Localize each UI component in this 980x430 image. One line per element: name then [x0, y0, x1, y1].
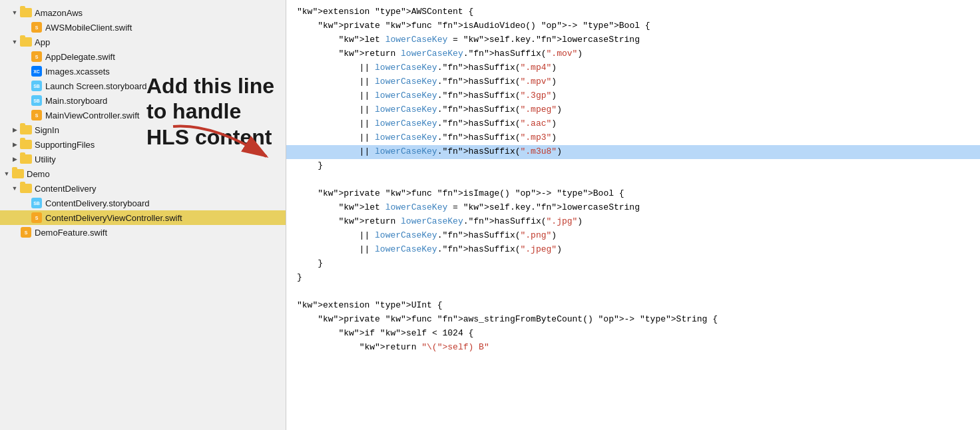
- folder-icon: [12, 168, 24, 180]
- item-label: AmazonAws: [35, 8, 83, 18]
- item-label: ContentDeliveryViewController.swift: [45, 213, 182, 223]
- folder-icon: [20, 138, 32, 150]
- item-label: AWSMobileClient.swift: [45, 23, 132, 33]
- tree-item-contentdeliveryviewcontroller[interactable]: S ContentDeliveryViewController.swift: [0, 210, 286, 225]
- expand-arrow: [11, 9, 19, 17]
- code-line: || lowerCaseKey."fn">hasSuffix(".aac"): [286, 117, 980, 131]
- swift-icon: S: [31, 109, 43, 121]
- item-label: Demo: [27, 169, 50, 179]
- folder-icon: [20, 7, 32, 19]
- xcassets-icon: XC: [31, 65, 43, 77]
- tree-item-launch-screen[interactable]: SB Launch Screen.storyboard: [0, 79, 286, 93]
- code-line: "kw">let lowerCaseKey = "kw">self.key."f…: [286, 201, 980, 215]
- item-label: App: [35, 37, 50, 47]
- expand-arrow: [11, 140, 19, 148]
- code-line: "kw">let lowerCaseKey = "kw">self.key."f…: [286, 33, 980, 47]
- item-label: MainViewController.swift: [45, 110, 139, 120]
- expand-arrow: [3, 170, 11, 178]
- item-label: SupportingFiles: [35, 140, 95, 150]
- swift-icon: S: [31, 212, 43, 224]
- item-label: ContentDelivery.storyboard: [45, 198, 150, 208]
- code-line: "kw">extension "type">AWSContent {: [286, 5, 980, 19]
- item-label: Launch Screen.storyboard: [45, 81, 146, 91]
- expand-arrow: [11, 184, 19, 192]
- code-line: [286, 173, 980, 187]
- folder-icon: [20, 153, 32, 165]
- tree-item-awsmobileclient[interactable]: S AWSMobileClient.swift: [0, 20, 286, 35]
- tree-item-amazonaws-folder[interactable]: AmazonAws: [0, 5, 286, 20]
- code-line: || lowerCaseKey."fn">hasSuffix(".3gp"): [286, 89, 980, 103]
- tree-item-mainviewcontroller[interactable]: S MainViewController.swift: [0, 108, 286, 122]
- code-line: || lowerCaseKey."fn">hasSuffix(".mpv"): [286, 75, 980, 89]
- code-line: "kw">private "kw">func "fn">isImage() "o…: [286, 187, 980, 201]
- storyboard-icon: SB: [31, 197, 43, 209]
- item-label: Images.xcassets: [45, 67, 110, 77]
- code-line: }: [286, 271, 980, 285]
- tree-item-appdelegate[interactable]: S AppDelegate.swift: [0, 49, 286, 64]
- code-line: || lowerCaseKey."fn">hasSuffix(".mp4"): [286, 61, 980, 75]
- swift-icon: S: [20, 226, 32, 238]
- expand-arrow: [11, 126, 19, 134]
- item-label: Main.storyboard: [45, 96, 107, 106]
- storyboard-icon: SB: [31, 95, 43, 107]
- item-label: DemoFeature.swift: [35, 228, 107, 238]
- folder-icon: [20, 36, 32, 48]
- code-line: || lowerCaseKey."fn">hasSuffix(".jpeg"): [286, 243, 980, 257]
- code-line: || lowerCaseKey."fn">hasSuffix(".png"): [286, 229, 980, 243]
- code-line: }: [286, 159, 980, 173]
- code-line: "kw">private "kw">func "fn">aws_stringFr…: [286, 313, 980, 327]
- folder-icon: [20, 124, 32, 136]
- code-line: }: [286, 257, 980, 271]
- code-line: "kw">extension "type">UInt {: [286, 299, 980, 313]
- tree-item-app-folder[interactable]: App: [0, 35, 286, 49]
- storyboard-icon: SB: [31, 80, 43, 92]
- expand-arrow: [11, 155, 19, 163]
- code-line: || lowerCaseKey."fn">hasSuffix(".m3u8"): [286, 145, 980, 159]
- expand-arrow: [11, 38, 19, 46]
- code-line: || lowerCaseKey."fn">hasSuffix(".mpeg"): [286, 103, 980, 117]
- tree-item-contentdelivery-storyboard[interactable]: SB ContentDelivery.storyboard: [0, 196, 286, 210]
- swift-icon: S: [31, 51, 43, 63]
- tree-item-main-storyboard[interactable]: SB Main.storyboard: [0, 93, 286, 108]
- tree-item-contentdelivery-folder[interactable]: ContentDelivery: [0, 181, 286, 196]
- code-line: "kw">return lowerCaseKey."fn">hasSuffix(…: [286, 47, 980, 61]
- code-line: "kw">return "\(">self) B": [286, 341, 980, 355]
- tree-item-utility-folder[interactable]: Utility: [0, 152, 286, 166]
- file-navigator: AmazonAws S AWSMobileClient.swift App S …: [0, 0, 286, 430]
- code-line: || lowerCaseKey."fn">hasSuffix(".mp3"): [286, 131, 980, 145]
- swift-icon: S: [31, 21, 43, 33]
- tree-item-demofeature[interactable]: S DemoFeature.swift: [0, 225, 286, 240]
- tree-item-images-xcassets[interactable]: XC Images.xcassets: [0, 64, 286, 79]
- tree-item-demo-folder[interactable]: Demo: [0, 166, 286, 181]
- code-line: "kw">private "kw">func "fn">isAudioVideo…: [286, 19, 980, 33]
- code-line: "kw">if "kw">self < 1024 {: [286, 327, 980, 341]
- code-line: [286, 285, 980, 299]
- folder-icon: [20, 182, 32, 194]
- item-label: ContentDelivery: [35, 184, 97, 194]
- code-editor: "kw">extension "type">AWSContent { "kw">…: [286, 0, 980, 430]
- item-label: AppDelegate.swift: [45, 52, 115, 62]
- tree-item-supportingfiles-folder[interactable]: SupportingFiles: [0, 137, 286, 152]
- tree-item-signin-folder[interactable]: SignIn: [0, 122, 286, 137]
- item-label: Utility: [35, 154, 56, 164]
- item-label: SignIn: [35, 125, 59, 135]
- code-line: "kw">return lowerCaseKey."fn">hasSuffix(…: [286, 215, 980, 229]
